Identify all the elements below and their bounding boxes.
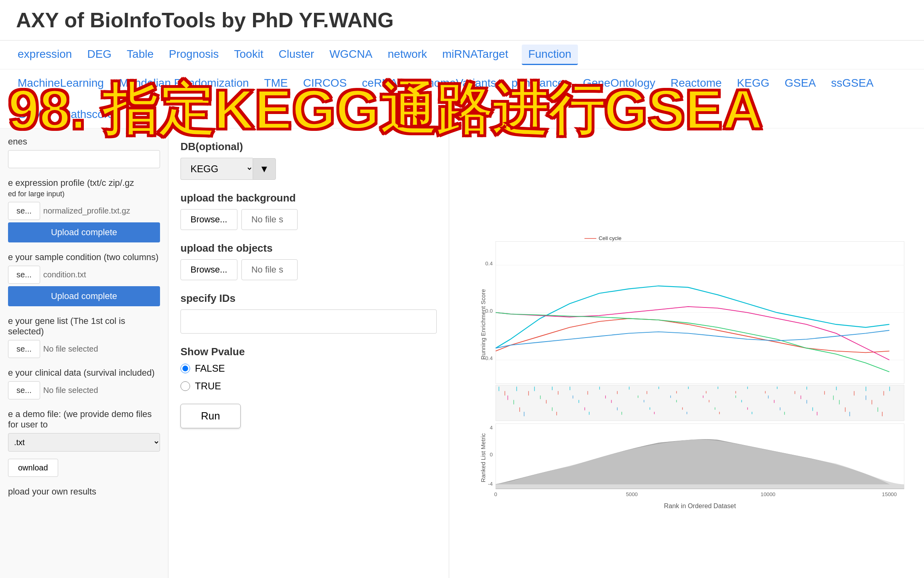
svg-rect-63: [579, 400, 579, 403]
db-select[interactable]: KEGG GO Reactome: [180, 158, 253, 180]
svg-rect-66: [676, 400, 677, 402]
svg-rect-93: [784, 412, 785, 415]
demo-select[interactable]: .txt: [8, 433, 160, 452]
pvalue-false-label: FALSE: [195, 363, 225, 374]
svg-rect-19: [498, 387, 499, 391]
tab-gsea[interactable]: GSEA: [783, 73, 818, 93]
svg-text:Cell cycle: Cell cycle: [599, 235, 622, 241]
expression-browse-button[interactable]: se...: [8, 202, 40, 220]
svg-rect-29: [747, 387, 748, 389]
genelist-label: e your gene list (The 1st col is selecte…: [8, 316, 160, 337]
svg-rect-68: [742, 400, 742, 402]
tab-circos[interactable]: CIRCOS: [302, 73, 349, 93]
tab-reactome[interactable]: Reactome: [669, 73, 723, 93]
pvalue-field: Show Pvalue FALSE TRUE: [180, 346, 437, 392]
svg-rect-87: [589, 412, 589, 415]
svg-rect-64: [611, 400, 612, 403]
tab-geneontology[interactable]: GeneOntology: [581, 73, 657, 93]
clinical-label: e your clinical data (survival included): [8, 368, 160, 378]
tab-pancancer[interactable]: pan-cancer: [510, 73, 569, 93]
svg-text:Running Enrichment Score: Running Enrichment Score: [480, 289, 486, 360]
run-button[interactable]: Run: [180, 404, 241, 428]
condition-file-text: condition.txt: [43, 270, 160, 279]
db-field: DB(optional) KEGG GO Reactome ▼: [180, 140, 437, 180]
svg-rect-37: [558, 391, 558, 395]
right-panel: Cell cycle DNA replication Drug metaboli…: [449, 128, 924, 578]
svg-rect-62: [546, 400, 546, 403]
pvalue-radio-group: FALSE TRUE: [180, 363, 437, 392]
tab-table[interactable]: Table: [125, 45, 155, 65]
svg-rect-58: [800, 395, 801, 399]
svg-rect-80: [747, 407, 748, 410]
condition-browse-button[interactable]: se...: [8, 266, 40, 284]
svg-rect-57: [768, 395, 768, 398]
tab-pathscore[interactable]: Pathscore: [62, 105, 116, 124]
pvalue-true-radio[interactable]: [180, 381, 190, 391]
main-layout: enes e expression profile (txt/c zip/.gz…: [0, 128, 924, 578]
pvalue-true-label: TRUE: [195, 381, 221, 392]
left-panel: enes e expression profile (txt/c zip/.gz…: [0, 128, 168, 578]
svg-rect-69: [774, 400, 774, 403]
specify-input[interactable]: [180, 309, 437, 334]
tab-function[interactable]: Function: [522, 45, 578, 65]
background-browse-button[interactable]: Browse...: [180, 209, 237, 230]
svg-rect-76: [617, 407, 618, 410]
specify-label: specify IDs: [180, 292, 437, 305]
svg-rect-48: [883, 391, 884, 395]
pvalue-false-radio[interactable]: [180, 364, 190, 373]
clinical-field: e your clinical data (survival included)…: [8, 368, 160, 399]
svg-rect-89: [654, 412, 654, 414]
svg-rect-82: [813, 407, 813, 411]
svg-rect-43: [736, 391, 736, 393]
tab-deg[interactable]: DEG: [85, 45, 113, 65]
background-no-file: No file s: [241, 209, 298, 230]
tab-cluster[interactable]: Cluster: [277, 45, 316, 65]
expression-file-text: normalized_profile.txt.gz: [43, 206, 160, 216]
svg-rect-72: [871, 400, 872, 404]
svg-rect-47: [854, 391, 854, 395]
svg-rect-21: [534, 387, 535, 391]
genelist-file-text: No file selected: [43, 344, 160, 354]
tab-machinelearning[interactable]: MachineLearning: [16, 73, 105, 93]
objects-field: upload the objects Browse... No file s: [180, 242, 437, 280]
objects-browse-button[interactable]: Browse...: [180, 259, 237, 280]
demo-label: e a demo file: (we provide demo files fo…: [8, 409, 160, 430]
pvalue-false-option[interactable]: FALSE: [180, 363, 437, 374]
tab-genomevariants[interactable]: GenomeVariants: [411, 73, 498, 93]
tab-mendelian[interactable]: Mendelian Randomization: [118, 73, 251, 93]
genelist-browse-button[interactable]: se...: [8, 340, 40, 358]
tab-tme[interactable]: TME: [263, 73, 290, 93]
demo-field: e a demo file: (we provide demo files fo…: [8, 409, 160, 477]
tab-wgcna[interactable]: WGCNA: [328, 45, 374, 65]
svg-rect-59: [833, 395, 833, 400]
svg-text:10000: 10000: [761, 491, 776, 497]
svg-rect-46: [824, 391, 825, 395]
tab-tookit[interactable]: Tookit: [233, 45, 265, 65]
svg-rect-41: [676, 391, 677, 393]
tab-mirnatarget[interactable]: miRNATarget: [441, 45, 510, 65]
tab-ssgsea[interactable]: ssGSEA: [829, 73, 875, 93]
objects-no-file: No file s: [241, 259, 298, 280]
clinical-browse-button[interactable]: se...: [8, 381, 40, 399]
tab-network[interactable]: network: [386, 45, 429, 65]
download-button[interactable]: ownload: [8, 459, 58, 477]
tab-kegg[interactable]: KEGG: [736, 73, 771, 93]
svg-rect-52: [605, 395, 606, 398]
svg-rect-20: [517, 387, 517, 391]
background-label: upload the background: [180, 192, 437, 204]
upload-results-label: pload your own results: [8, 486, 160, 497]
svg-rect-90: [687, 412, 687, 414]
tab-cerna[interactable]: ceRNA: [361, 73, 399, 93]
tab-gsva[interactable]: GSVA: [16, 105, 50, 124]
svg-rect-61: [513, 400, 514, 404]
svg-rect-25: [629, 387, 629, 389]
header: AXY of BioInfoTools by PhD YF.WANG: [0, 0, 924, 41]
tab-expression[interactable]: expression: [16, 45, 73, 65]
svg-rect-95: [849, 412, 850, 416]
svg-rect-22: [552, 387, 552, 390]
pvalue-true-option[interactable]: TRUE: [180, 381, 437, 392]
genes-input[interactable]: [8, 150, 160, 168]
db-dropdown-icon[interactable]: ▼: [253, 158, 276, 180]
nav-row-2: MachineLearning Mendelian Randomization …: [0, 69, 924, 128]
tab-prognosis[interactable]: Prognosis: [167, 45, 221, 65]
